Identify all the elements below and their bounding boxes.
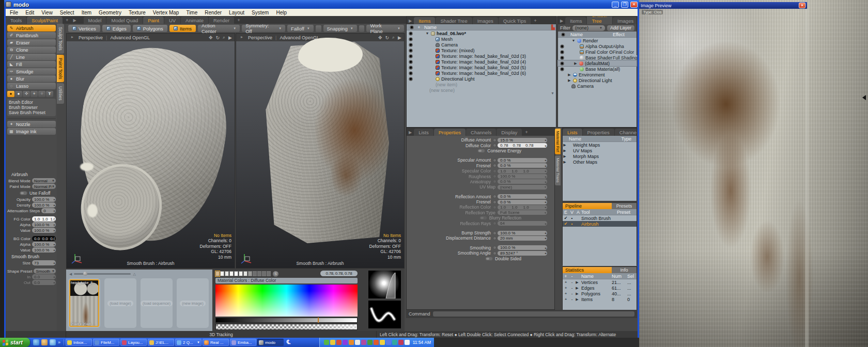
- fg-value-field[interactable]: 100.0 %◂▸: [32, 228, 56, 233]
- tray-icon[interactable]: [349, 340, 354, 345]
- panel-arrow-icon[interactable]: ▶: [558, 19, 565, 24]
- eye-icon[interactable]: [409, 54, 413, 58]
- viewport-options-arrow-icon[interactable]: ▶: [228, 35, 232, 40]
- image-preview-scrollbar[interactable]: [805, 9, 809, 347]
- menu-texture[interactable]: Texture: [129, 10, 146, 15]
- shader-row-base-shader[interactable]: Base ShaderFull Shading: [558, 55, 637, 60]
- tab-uv[interactable]: UV: [164, 17, 180, 24]
- work-plane-dropdown[interactable]: Work Plane▼: [366, 25, 404, 32]
- color-swatch[interactable]: [234, 271, 238, 276]
- action-center-dropdown[interactable]: Action Center▼: [198, 25, 240, 32]
- stepper-icon[interactable]: ◂▸: [545, 200, 546, 203]
- plus-icon[interactable]: +: [563, 297, 569, 302]
- menu-system[interactable]: System: [252, 10, 269, 15]
- items-mode-button[interactable]: Items: [169, 25, 196, 32]
- tool-paintbrush[interactable]: ✐Paintbrush: [7, 32, 56, 39]
- hue-saturation-gradient[interactable]: [215, 285, 358, 317]
- image-preview-window[interactable]: Image Preview ✕ Type: Clos: [639, 0, 868, 347]
- color-swatch[interactable]: [257, 271, 261, 276]
- load-image-button[interactable]: (load image): [104, 278, 136, 328]
- color-swatch[interactable]: [243, 271, 247, 276]
- specular-color-field[interactable]: 1.0 1.0 1.0◂▸: [498, 169, 547, 174]
- color-swatch[interactable]: [215, 271, 220, 276]
- tab-utilities[interactable]: Utilities: [57, 83, 64, 103]
- eye-icon[interactable]: [560, 61, 564, 66]
- plus-icon[interactable]: +: [563, 291, 569, 296]
- rotate-icon[interactable]: ↻: [215, 35, 220, 40]
- list-row-uv-maps[interactable]: ▶UV Maps: [563, 148, 637, 153]
- stepper-icon[interactable]: ◂▸: [545, 159, 546, 162]
- stepper-icon[interactable]: ◂▸: [53, 243, 55, 246]
- list-row-morph-maps[interactable]: ▶Morph Maps: [563, 153, 637, 159]
- reflection-type-dropdown[interactable]: Full Scene▼: [498, 210, 547, 215]
- title-bar[interactable]: modo _ ❐ ✕: [4, 0, 639, 9]
- eye-icon[interactable]: [409, 31, 413, 36]
- tab-material-ref[interactable]: Material Ref: [555, 129, 561, 154]
- tab-channels[interactable]: Channels: [466, 129, 496, 136]
- save-brush-preset-link[interactable]: Save Brush Preset: [9, 110, 54, 115]
- list-row-weight-maps[interactable]: ▶Weight Maps: [563, 142, 637, 148]
- stepper-icon[interactable]: ◂▸: [53, 209, 55, 212]
- tray-icon[interactable]: [336, 340, 342, 345]
- brush-browser-link[interactable]: Brush Browser: [9, 105, 54, 110]
- eye-icon[interactable]: [409, 71, 413, 75]
- double-sided-checkbox[interactable]: [485, 257, 493, 261]
- stat-row-vertices[interactable]: +-▶Vertices21......: [563, 279, 637, 285]
- collapse-icon[interactable]: ▼: [425, 31, 429, 35]
- uv-map-dropdown[interactable]: (none)▼: [498, 185, 547, 190]
- channel-icon[interactable]: [493, 159, 497, 162]
- stepper-icon[interactable]: ◂▸: [53, 229, 55, 232]
- stepper-icon[interactable]: ◂▸: [53, 198, 55, 201]
- item-row-scene[interactable]: ▼head_06.lwo*: [407, 30, 556, 36]
- menu-geometry[interactable]: Geometry: [99, 10, 121, 15]
- channel-icon[interactable]: [493, 246, 497, 249]
- pipeline-title[interactable]: Pipeline: [563, 203, 612, 209]
- restore-button[interactable]: ❐: [621, 2, 628, 8]
- brush-tip-soft-button[interactable]: ●: [7, 91, 14, 97]
- new-image-button[interactable]: (new image): [177, 278, 209, 328]
- stepper-icon[interactable]: ◂▸: [545, 164, 546, 167]
- tab-material-trans[interactable]: Material Trans: [555, 155, 561, 185]
- conserve-energy-checkbox[interactable]: [477, 149, 485, 153]
- tab-items[interactable]: Items: [414, 17, 435, 24]
- image-preview-titlebar[interactable]: Image Preview ✕: [639, 2, 807, 9]
- shape-preset-dropdown[interactable]: Smooth▼: [34, 269, 56, 274]
- zoom-icon[interactable]: ⌕: [223, 35, 225, 40]
- color-swatch[interactable]: [239, 271, 243, 276]
- smoothing-field[interactable]: 100.0 %◂▸: [498, 245, 547, 250]
- channel-icon[interactable]: [493, 144, 497, 147]
- fg-color-field[interactable]: 1.0 1.0 1.0: [32, 216, 56, 222]
- brush-tip-shape-button[interactable]: ✧: [38, 91, 45, 97]
- color-swatch[interactable]: [220, 271, 224, 276]
- opacity-field[interactable]: 100.0 %◂▸: [32, 197, 56, 202]
- tab-lists[interactable]: Lists: [414, 129, 433, 136]
- load-sequence-button[interactable]: (load sequence): [141, 278, 173, 328]
- in-field[interactable]: 0.0◂▸: [32, 274, 56, 279]
- tab-display[interactable]: Display: [497, 129, 522, 136]
- channel-icon[interactable]: [493, 251, 497, 255]
- pipeline-row-airbrush[interactable]: ✔ • Airbrush: [563, 221, 637, 227]
- item-row-texture-6[interactable]: Texture: Image: head_bake_final_02d (6): [407, 70, 556, 76]
- menu-help[interactable]: Help: [276, 10, 287, 15]
- tab-images[interactable]: Images: [613, 17, 637, 24]
- expand-icon[interactable]: ▶: [575, 297, 579, 302]
- tray-icon[interactable]: [330, 340, 335, 345]
- zoom-icon[interactable]: ⌕: [392, 35, 395, 40]
- tray-icon[interactable]: [355, 340, 360, 345]
- tool-lasso[interactable]: ◌Lasso: [7, 83, 56, 89]
- out-field[interactable]: 0.0◂▸: [32, 280, 56, 285]
- viewport-mode-dropdown[interactable]: Perspective: [79, 35, 103, 40]
- enable-check-icon[interactable]: ✔: [563, 216, 569, 220]
- add-layout-tab-button[interactable]: +: [235, 16, 243, 24]
- tab-properties[interactable]: Properties: [583, 129, 614, 136]
- anisotropy-field[interactable]: 0.0 %◂▸: [498, 179, 547, 184]
- scroll-down-icon[interactable]: ▼: [551, 91, 554, 95]
- taskbar-button-layout[interactable]: Layou...: [120, 339, 147, 346]
- color-swatch[interactable]: [253, 271, 257, 276]
- airbrush-section-header[interactable]: Airbrush: [7, 172, 56, 177]
- stat-row-edges[interactable]: +-▶Edges61......: [563, 285, 637, 291]
- tab-shader-tree[interactable]: Shader Tree: [436, 17, 472, 24]
- stepper-icon[interactable]: ◂▸: [545, 144, 546, 147]
- tool-fill[interactable]: ◣Fill: [7, 61, 56, 68]
- eye-icon[interactable]: [409, 43, 413, 47]
